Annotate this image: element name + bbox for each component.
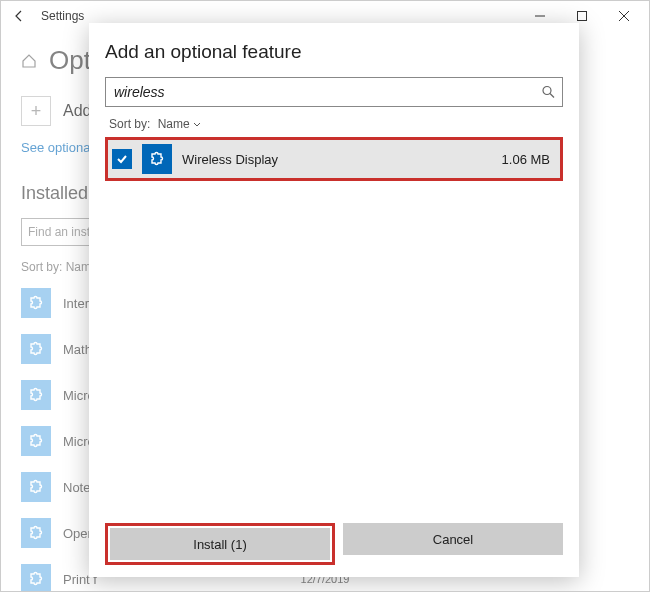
svg-rect-1 <box>578 12 587 21</box>
svg-line-5 <box>550 94 554 98</box>
maximize-icon <box>577 11 587 21</box>
search-input[interactable] <box>105 77 563 107</box>
plus-icon: + <box>21 96 51 126</box>
page-title: Opt <box>49 45 91 76</box>
search-icon[interactable] <box>542 86 555 99</box>
sort-label: Sort by: <box>109 117 150 131</box>
modal-buttons: Install (1) Cancel <box>105 523 563 565</box>
back-button[interactable] <box>5 2 33 30</box>
list-item-label: Math <box>63 342 92 357</box>
feature-checkbox[interactable] <box>112 149 132 169</box>
checkmark-icon <box>116 153 128 165</box>
install-button[interactable]: Install (1) <box>110 528 330 560</box>
feature-name: Wireless Display <box>182 152 492 167</box>
close-icon <box>619 11 629 21</box>
minimize-icon <box>535 11 545 21</box>
sort-field: Name <box>158 117 190 131</box>
puzzle-icon <box>21 426 51 456</box>
puzzle-icon <box>21 288 51 318</box>
close-button[interactable] <box>603 2 645 30</box>
add-feature-modal: Add an optional feature Sort by: Name Wi… <box>89 23 579 577</box>
modal-title: Add an optional feature <box>105 41 563 63</box>
search-box <box>105 77 563 107</box>
arrow-left-icon <box>12 9 26 23</box>
modal-sort[interactable]: Sort by: Name <box>105 117 563 131</box>
home-icon[interactable] <box>21 53 37 69</box>
feature-item[interactable]: Wireless Display 1.06 MB <box>105 137 563 181</box>
puzzle-icon <box>142 144 172 174</box>
chevron-down-icon <box>192 119 202 129</box>
puzzle-icon <box>21 380 51 410</box>
feature-size: 1.06 MB <box>502 152 550 167</box>
window-title: Settings <box>41 9 519 23</box>
puzzle-icon <box>21 472 51 502</box>
svg-point-4 <box>543 87 551 95</box>
cancel-button[interactable]: Cancel <box>343 523 563 555</box>
puzzle-icon <box>21 518 51 548</box>
puzzle-icon <box>21 334 51 364</box>
